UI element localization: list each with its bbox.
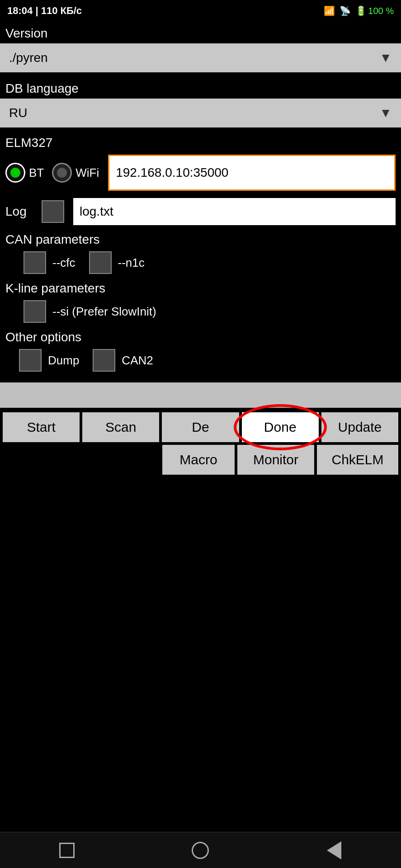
n1c-checkbox[interactable]	[89, 251, 112, 274]
nav-home-button[interactable]	[182, 837, 218, 864]
button-row-1: Start Scan De Done Update	[0, 408, 401, 445]
update-button[interactable]: Update	[321, 412, 398, 442]
elm-controls: BT WiFi	[5, 155, 396, 191]
nav-back-button[interactable]	[316, 837, 352, 864]
nav-circle-icon	[192, 842, 209, 859]
cfc-param-item: --cfc	[24, 251, 75, 274]
bt-radio-item[interactable]: BT	[5, 163, 44, 183]
si-label: --si (Prefer SlowInit)	[52, 305, 156, 319]
version-label: Version	[0, 22, 401, 42]
radio-group: BT WiFi	[5, 163, 99, 183]
log-checkbox[interactable]	[42, 200, 64, 223]
wifi-icon: 📡	[340, 5, 351, 16]
other-options-title: Other options	[5, 330, 396, 344]
can-params-row: --cfc --n1c	[5, 251, 396, 274]
nav-back-icon	[327, 841, 341, 859]
start-button[interactable]: Start	[3, 412, 80, 442]
battery-percent: 100 %	[368, 6, 394, 16]
dump-label: Dump	[48, 354, 79, 368]
button-row-2: Macro Monitor ChkELM	[0, 445, 401, 479]
nav-square-icon	[59, 843, 75, 858]
battery-charging-icon: 🔋	[355, 5, 367, 16]
wifi-radio-item[interactable]: WiFi	[52, 163, 99, 183]
kline-row: --si (Prefer SlowInit)	[5, 300, 396, 323]
db-language-arrow: ▼	[379, 106, 392, 120]
address-input[interactable]	[108, 155, 396, 191]
bt-radio-circle[interactable]	[5, 163, 25, 183]
debug-button[interactable]: De	[162, 412, 239, 442]
other-options-section: Other options Dump CAN2	[0, 326, 401, 375]
n1c-param-item: --n1c	[89, 251, 145, 274]
battery-container: 🔋 100 %	[355, 5, 394, 16]
bt-radio-dot	[10, 168, 20, 178]
version-arrow: ▼	[379, 51, 392, 65]
log-section: Log	[0, 194, 401, 229]
wifi-radio-circle[interactable]	[52, 163, 72, 183]
nav-bar	[0, 832, 401, 868]
db-language-value: RU	[9, 106, 27, 120]
can-params-title: CAN parameters	[5, 232, 396, 247]
can-params-section: CAN parameters --cfc --n1c	[0, 229, 401, 278]
status-bar: 18:04 | 110 КБ/с 📶 📡 🔋 100 %	[0, 0, 401, 22]
monitor-button[interactable]: Monitor	[237, 445, 314, 475]
si-checkbox[interactable]	[24, 300, 46, 323]
can2-label: CAN2	[122, 354, 153, 368]
bt-label: BT	[29, 166, 44, 180]
version-value: ./pyren	[9, 51, 48, 65]
can2-checkbox[interactable]	[93, 349, 115, 372]
gray-bar	[0, 382, 401, 408]
kline-title: K-line parameters	[5, 281, 396, 296]
db-language-dropdown[interactable]: RU ▼	[0, 99, 401, 127]
dump-checkbox[interactable]	[19, 349, 42, 372]
nav-spacer	[0, 479, 401, 520]
log-label: Log	[5, 204, 33, 219]
version-dropdown[interactable]: ./pyren ▼	[0, 43, 401, 72]
elm-title: ELM327	[5, 136, 396, 150]
nav-square-button[interactable]	[49, 837, 85, 864]
cfc-label: --cfc	[52, 256, 75, 270]
can2-param-item: CAN2	[93, 349, 153, 372]
cfc-checkbox[interactable]	[24, 251, 46, 274]
other-options-row: Dump CAN2	[5, 349, 396, 372]
kline-section: K-line parameters --si (Prefer SlowInit)	[0, 278, 401, 326]
done-button[interactable]: Done	[242, 412, 319, 442]
done-button-container: Done	[242, 412, 319, 442]
macro-button[interactable]: Macro	[162, 445, 235, 475]
wifi-radio-dot	[57, 168, 67, 178]
db-language-label: DB language	[0, 77, 401, 98]
wifi-label: WiFi	[75, 166, 99, 180]
signal-icon: 📶	[324, 5, 335, 16]
main-content: Version ./pyren ▼ DB language RU ▼ ELM32…	[0, 22, 401, 524]
status-time-speed: 18:04 | 110 КБ/с	[7, 5, 82, 17]
status-icons: 📶 📡 🔋 100 %	[324, 5, 394, 16]
chkelm-button[interactable]: ChkELM	[317, 445, 398, 475]
scan-button[interactable]: Scan	[82, 412, 159, 442]
log-filename[interactable]	[73, 198, 396, 225]
n1c-label: --n1c	[118, 256, 145, 270]
dump-param-item: Dump	[19, 349, 79, 372]
elm-section: ELM327 BT WiFi	[0, 132, 401, 194]
